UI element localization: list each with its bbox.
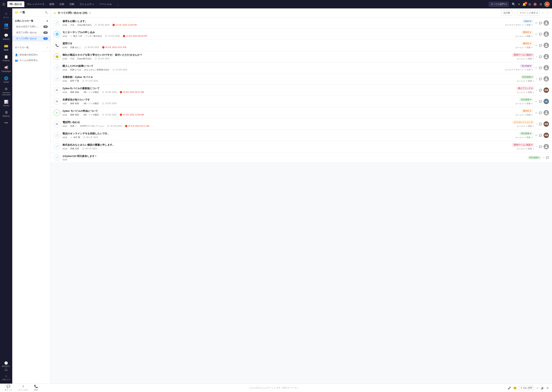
- ticket-item[interactable]: ✉在庫状況が知りたいです#227·蔵鋒 俊範·（株）ゾッポ建設·🕐 19 5月 …: [51, 96, 552, 107]
- all-lists-nav[interactable]: すべての一覧 ›: [12, 45, 51, 50]
- ticket-item[interactable]: 📄株式会社みなとみらい建設の齋藤と申します。#219·斉藤 光希·🕐 06 1月…: [51, 141, 552, 152]
- notification-icon[interactable]: 🔔 6: [522, 2, 526, 6]
- nav-tab-活動[interactable]: 活動: [67, 1, 77, 7]
- ticket-item[interactable]: 🌐モニターサンプルの申し込み#242·★颯太 三井·ゾッポ一株式会社·🕐 12 …: [51, 28, 552, 40]
- comment-icon[interactable]: 💬: [546, 156, 549, 159]
- nav-tab-ナレッジベース[interactable]: ナレッジベース: [25, 1, 47, 7]
- comment-icon[interactable]: 💬: [539, 134, 542, 137]
- nav-item-all[interactable]: すべての問い合わせ 28: [12, 35, 51, 42]
- comment-icon[interactable]: 💬: [539, 44, 542, 47]
- ticket-item[interactable]: ✔Zylker モバイルの料金について#226·蔵鋒 俊範·（株）ゾッポ建設·🕐…: [51, 107, 552, 119]
- sound-icon[interactable]: 🔊: [541, 386, 544, 390]
- search-icon[interactable]: 🔍: [512, 2, 516, 6]
- sidebar-item-recent[interactable]: 🕐 最近使用した項目: [1, 360, 12, 372]
- department-selector[interactable]: すべての部門 ▾: [489, 2, 509, 7]
- sidebar-item-crm[interactable]: 👥 CRM: [1, 21, 12, 31]
- menu-icon[interactable]: ☰: [2, 2, 5, 6]
- assign-avatar[interactable]: 高健: [544, 133, 549, 138]
- sidebar-item-desk[interactable]: 🎫 Desk: [1, 42, 12, 52]
- gear-icon[interactable]: ⚙: [539, 2, 542, 6]
- assign-avatar[interactable]: [544, 65, 549, 70]
- header-more-icon[interactable]: ⋯: [541, 11, 544, 15]
- sidebar-item-more[interactable]: •••: [1, 119, 12, 126]
- nav-item-my-open[interactable]: 自分の未完了の問い... 06: [12, 24, 51, 30]
- ticket-status[interactable]: 要対応 ▾: [522, 42, 533, 45]
- filter-icon[interactable]: ▽: [89, 12, 91, 14]
- nav-item-open[interactable]: 未完了の問い合わせ 14: [12, 30, 51, 35]
- comment-icon[interactable]: 💬: [539, 33, 542, 35]
- ticket-item[interactable]: ✉電話問い合わせ#224·双峰 一·ZOPPOコーポレーション·🕐 02 3月 …: [51, 119, 552, 130]
- sidebar-item-home[interactable]: ⌂ ホーム: [1, 10, 12, 20]
- ticket-status[interactable]: On Hold ▾: [520, 64, 533, 68]
- ticket-status[interactable]: 要対応 ▾: [522, 109, 533, 113]
- assign-avatar[interactable]: [544, 76, 549, 82]
- waitfor-team[interactable]: 👥| チームの対応待ち: [12, 58, 51, 63]
- bottom-tab-channel[interactable]: # チャンネル: [17, 384, 29, 392]
- comment-icon[interactable]: 💬: [539, 77, 542, 80]
- assign-avatar[interactable]: [544, 31, 549, 37]
- nav-tab-...[interactable]: ...: [114, 2, 121, 7]
- add-icon[interactable]: +: [518, 2, 520, 6]
- emoji-icon[interactable]: 😊: [513, 386, 516, 390]
- grid-icon[interactable]: ⊞: [528, 2, 531, 6]
- expand-icon[interactable]: ⤢: [536, 386, 538, 390]
- mic-icon[interactable]: 🎤: [508, 386, 511, 390]
- ticket-item[interactable]: 📞質問です#240·安藤 あんこ·🕐 28 4月 2023·🔴 28 4月 20…: [51, 40, 552, 51]
- ticket-item[interactable]: 📄見積依頼：Zylker モバイル#232·荻野 千夏·🕐 07 12月 202…: [51, 73, 552, 84]
- ticket-status[interactable]: 開発チームに確認 ▾: [512, 53, 534, 57]
- classic-view-button[interactable]: クラシック表示 ▾: [517, 10, 540, 15]
- settings-icon[interactable]: ⚙: [546, 386, 549, 390]
- waitfor-agent[interactable]: 👤| 担当者の対応待ち: [12, 52, 51, 58]
- ticket-item[interactable]: ✉Zylkerモバイルの最新版について#230·蔵鋒 俊範·（株）ゾッポ建設·🕐…: [51, 84, 552, 96]
- assign-avatar[interactable]: US: [544, 99, 549, 104]
- middle-search-icon[interactable]: 🔍: [45, 11, 48, 14]
- user-avatar[interactable]: U: [544, 1, 550, 7]
- sidebar-item-campaigns[interactable]: 📢 Campaigns: [1, 64, 12, 74]
- ticket-item[interactable]: 📄修理をお願いします。#245·川北·Zoppo株式会社·🕐 29 5月 202…: [51, 18, 552, 28]
- ticket-status[interactable]: 対応段階 ▾: [528, 156, 541, 160]
- assign-avatar[interactable]: 高健: [544, 121, 549, 127]
- comment-icon[interactable]: 💬: [539, 22, 542, 25]
- nav-tab-問い合わせ[interactable]: 問い合わせ: [7, 1, 24, 7]
- ticket-status[interactable]: 対応段階 ▾: [519, 98, 533, 101]
- chat-placeholder[interactable]: こちらがかんたんチャットです（Ctrl+スペース）: [39, 386, 508, 390]
- ticket-status[interactable]: 対応段階 ▾: [519, 132, 533, 135]
- comment-icon[interactable]: 💬: [539, 145, 542, 148]
- ticket-status[interactable]: 要ヒアリング ▾: [516, 86, 534, 90]
- comment-icon[interactable]: 💬: [539, 100, 542, 103]
- ticket-status[interactable]: 対応段階 ▾: [521, 75, 534, 79]
- ticket-item[interactable]: 📄@Zylker123 明日参加します！#218·対応段階 ▾ ≡ 💬: [51, 152, 552, 163]
- ticket-status[interactable]: エスカレーション ▾: [512, 120, 534, 124]
- ticket-item[interactable]: 📄製品のオンラインデモを依頼したいです。#220·★糸井 愛·🕐 06 1月 2…: [51, 130, 552, 141]
- assign-avatar[interactable]: 高健: [544, 87, 549, 93]
- title-star-icon[interactable]: ★: [54, 12, 56, 14]
- sidebar-item-favorites[interactable]: ☆ お気に入り: [1, 373, 12, 382]
- sidebar-item-webinar[interactable]: 🖥 Webinar: [1, 109, 12, 119]
- nav-tab-分析[interactable]: 分析: [57, 1, 67, 7]
- comment-icon[interactable]: 💬: [539, 112, 542, 114]
- nav-tab-コミュニティ[interactable]: コミュニティ: [77, 1, 97, 7]
- nav-tab-ソーシャル[interactable]: ソーシャル: [97, 1, 114, 7]
- sidebar-item-projects[interactable]: 📋 Projects: [1, 53, 12, 63]
- assign-avatar[interactable]: [544, 20, 549, 26]
- ticket-status[interactable]: Open ▾: [523, 20, 533, 23]
- ticket-status[interactable]: 要対応 ▾: [522, 30, 533, 34]
- sidebar-item-survey[interactable]: 📊 Survey: [1, 98, 12, 108]
- nav-tab-顧客[interactable]: 顧客: [47, 1, 57, 7]
- bottom-tab-call[interactable]: 📞 通話: [33, 384, 39, 392]
- sidebar-item-salesiq[interactable]: 💬 SalesIQ: [1, 32, 12, 42]
- zia-button[interactable]: ✦ Ziaに質問: [519, 386, 534, 390]
- bottom-tab-chat[interactable]: 💬 チャット: [3, 384, 14, 392]
- assign-avatar[interactable]: [544, 144, 549, 149]
- assign-avatar[interactable]: [544, 54, 549, 59]
- assign-avatar[interactable]: [544, 110, 549, 115]
- assign-avatar[interactable]: [544, 43, 549, 48]
- sidebar-item-marketing[interactable]: ⚙ Marketing Automation: [1, 85, 12, 98]
- favorites-section-header[interactable]: お気に入りの一覧 ▾: [12, 18, 51, 24]
- comment-icon[interactable]: 💬: [539, 66, 542, 69]
- ticket-item[interactable]: 😊御社の製品カタログを取り寄せたいのですが、送付いただけませんか？#238·川北…: [51, 51, 552, 63]
- comment-icon[interactable]: 💬: [539, 89, 542, 92]
- header-extra-icon[interactable]: ⋮: [546, 11, 549, 15]
- bell-icon[interactable]: 🔕: [533, 2, 537, 6]
- comment-icon[interactable]: 💬: [539, 55, 542, 58]
